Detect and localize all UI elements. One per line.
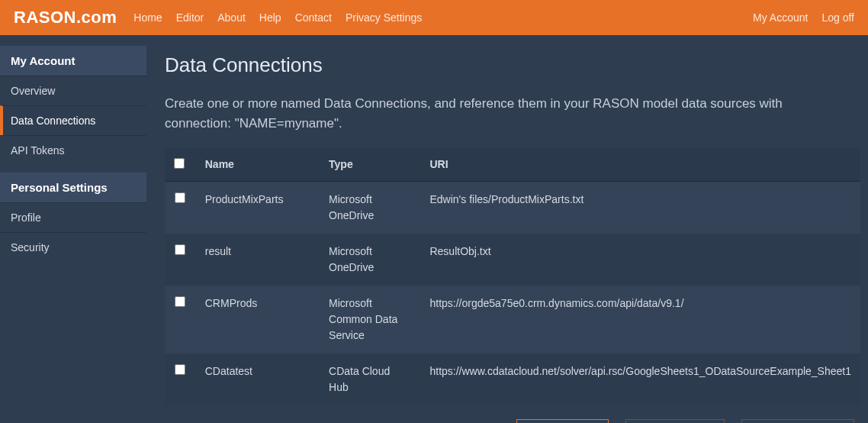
cell-uri: https://orgde5a75e0.crm.dynamics.com/api… xyxy=(420,286,860,354)
nav-editor[interactable]: Editor xyxy=(176,11,204,24)
sidebar-item-security[interactable]: Security xyxy=(0,232,146,262)
brand-logo[interactable]: RASON.com xyxy=(14,8,117,27)
link-logoff[interactable]: Log off xyxy=(821,11,854,24)
topbar: RASON.com Home Editor About Help Contact… xyxy=(0,0,868,35)
header-uri: URI xyxy=(420,148,860,182)
nav-help[interactable]: Help xyxy=(259,11,281,24)
cell-name: CRMProds xyxy=(196,286,320,354)
table-row: ProductMixParts Microsoft OneDrive Edwin… xyxy=(165,181,860,234)
link-my-account[interactable]: My Account xyxy=(753,11,808,24)
header-type: Type xyxy=(320,148,420,182)
select-all-checkbox[interactable] xyxy=(174,158,185,169)
nav-contact[interactable]: Contact xyxy=(295,11,332,24)
delete-selected-button[interactable]: Delete Selected xyxy=(741,419,854,423)
main-content: Data Connections Create one or more name… xyxy=(146,35,868,423)
cell-type: CData Cloud Hub xyxy=(320,354,420,405)
row-checkbox[interactable] xyxy=(175,244,185,255)
top-navigation: Home Editor About Help Contact Privacy S… xyxy=(133,11,422,24)
row-checkbox[interactable] xyxy=(175,364,185,375)
sidebar-item-api-tokens[interactable]: API Tokens xyxy=(0,135,146,165)
row-checkbox[interactable] xyxy=(175,296,185,307)
table-row: result Microsoft OneDrive ResultObj.txt xyxy=(165,234,860,286)
button-row: Create New Edit Selected Delete Selected xyxy=(165,419,854,423)
cell-type: Microsoft OneDrive xyxy=(320,181,420,234)
cell-uri: ResultObj.txt xyxy=(420,234,860,286)
nav-home[interactable]: Home xyxy=(133,11,162,24)
top-right-links: My Account Log off xyxy=(753,11,854,24)
cell-uri: Edwin's files/ProductMixParts.txt xyxy=(420,181,860,234)
sidebar-item-profile[interactable]: Profile xyxy=(0,202,146,232)
cell-type: Microsoft OneDrive xyxy=(320,234,420,286)
cell-uri: https://www.cdatacloud.net/solver/api.rs… xyxy=(420,354,860,405)
header-select-all xyxy=(165,148,196,182)
sidebar-item-data-connections[interactable]: Data Connections xyxy=(0,105,146,135)
page-intro: Create one or more named Data Connection… xyxy=(165,94,851,134)
header-name: Name xyxy=(196,148,320,182)
row-checkbox[interactable] xyxy=(175,192,185,203)
create-new-button[interactable]: Create New xyxy=(516,419,609,423)
sidebar-item-overview[interactable]: Overview xyxy=(0,76,146,105)
nav-about[interactable]: About xyxy=(217,11,246,24)
cell-name: CDatatest xyxy=(196,354,320,405)
sidebar: My Account Overview Data Connections API… xyxy=(0,35,146,423)
table-row: CDatatest CData Cloud Hub https://www.cd… xyxy=(165,354,860,405)
cell-name: ProductMixParts xyxy=(196,181,320,234)
connections-table: Name Type URI ProductMixParts Microsoft … xyxy=(165,148,860,405)
sidebar-group-my-account: My Account xyxy=(0,46,146,76)
table-row: CRMProds Microsoft Common Data Service h… xyxy=(165,286,860,354)
sidebar-group-personal-settings: Personal Settings xyxy=(0,173,146,202)
edit-selected-button[interactable]: Edit Selected xyxy=(625,419,725,423)
cell-name: result xyxy=(196,234,320,286)
nav-privacy[interactable]: Privacy Settings xyxy=(346,11,422,24)
page-title: Data Connections xyxy=(165,53,860,77)
cell-type: Microsoft Common Data Service xyxy=(320,286,420,354)
